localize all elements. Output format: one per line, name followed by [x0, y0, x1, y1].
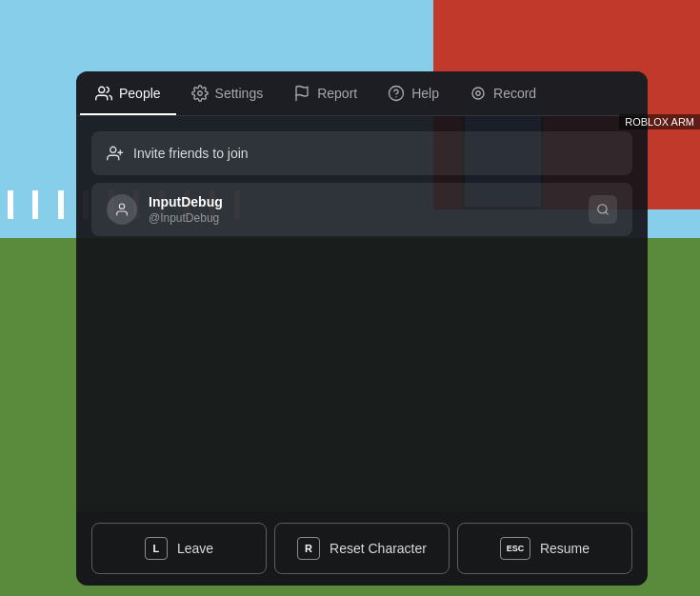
tab-settings[interactable]: Settings [176, 71, 279, 115]
leave-button[interactable]: L Leave [91, 523, 267, 574]
leave-label: Leave [177, 541, 213, 556]
people-icon [95, 85, 112, 102]
svg-point-7 [110, 147, 116, 152]
main-panel: People Settings Report [76, 71, 648, 586]
invite-friends-row[interactable]: Invite friends to join [91, 131, 632, 175]
tab-bar: People Settings Report [76, 71, 648, 116]
tab-help-label: Help [411, 86, 439, 101]
player-handle: @InputDebug [149, 211, 577, 225]
avatar [107, 194, 137, 225]
tab-record[interactable]: Record [454, 71, 551, 115]
reset-label: Reset Character [330, 541, 427, 556]
invite-friends-label: Invite friends to join [133, 146, 249, 161]
report-icon [293, 85, 310, 102]
player-search-button[interactable] [589, 195, 617, 224]
tab-people[interactable]: People [80, 71, 176, 115]
resume-key-badge: ESC [500, 537, 530, 560]
player-row[interactable]: InputDebug @InputDebug [91, 183, 632, 236]
player-info: InputDebug @InputDebug [149, 194, 577, 225]
resume-label: Resume [540, 541, 590, 556]
tab-record-label: Record [493, 86, 536, 101]
watermark-label: ROBLOX ARM [619, 114, 700, 129]
bottom-bar: L Leave R Reset Character ESC Resume [76, 511, 648, 586]
record-icon [470, 85, 487, 102]
tab-people-label: People [119, 86, 161, 101]
svg-point-6 [476, 91, 481, 96]
svg-point-3 [390, 87, 404, 101]
tab-report[interactable]: Report [278, 71, 372, 115]
leave-key-badge: L [145, 537, 168, 560]
tab-settings-label: Settings [215, 86, 264, 101]
reset-key-badge: R [297, 537, 320, 560]
svg-point-1 [197, 91, 202, 96]
svg-point-10 [119, 204, 124, 209]
player-name: InputDebug [149, 194, 577, 209]
settings-icon [191, 85, 209, 102]
tab-report-label: Report [317, 86, 357, 101]
tab-content: Invite friends to join InputDebug @Input… [76, 116, 648, 511]
svg-point-5 [472, 88, 484, 99]
invite-icon [107, 145, 124, 162]
tab-help[interactable]: Help [372, 71, 454, 115]
reset-character-button[interactable]: R Reset Character [274, 523, 450, 574]
svg-point-0 [99, 87, 105, 92]
svg-line-12 [606, 212, 609, 215]
help-icon [388, 85, 405, 102]
resume-button[interactable]: ESC Resume [457, 523, 632, 574]
